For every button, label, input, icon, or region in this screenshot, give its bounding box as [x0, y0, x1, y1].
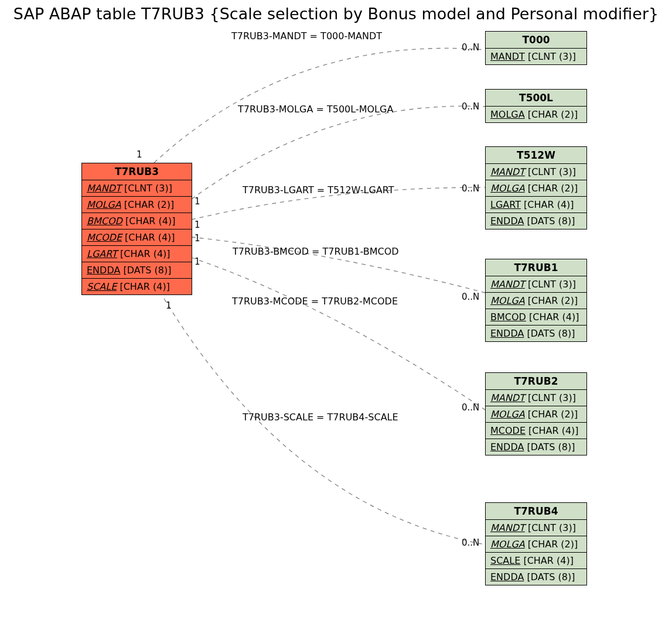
entity-header: T7RUB1 [486, 259, 586, 276]
field-row: MOLGA [CHAR (2)] [486, 406, 586, 423]
field-row: BMCOD [CHAR (4)] [82, 213, 192, 229]
card-right-2: 0..N [462, 183, 479, 194]
entity-t7rub3: T7RUB3 MANDT [CLNT (3)] MOLGA [CHAR (2)]… [81, 163, 192, 295]
field-row: ENDDA [DATS (8)] [486, 326, 586, 341]
field-row: MANDT [CLNT (3)] [486, 520, 586, 536]
field-row: MOLGA [CHAR (2)] [486, 107, 586, 122]
field-row: MCODE [CHAR (4)] [82, 229, 192, 246]
card-left-2: 1 [195, 220, 200, 230]
field-row: MOLGA [CHAR (2)] [82, 197, 192, 213]
field-row: ENDDA [DATS (8)] [82, 262, 192, 279]
page-title: SAP ABAP table T7RUB3 {Scale selection b… [0, 5, 672, 23]
field-row: ENDDA [DATS (8)] [486, 569, 586, 585]
card-left-0: 1 [137, 149, 142, 160]
entity-header: T000 [486, 32, 586, 49]
card-right-0: 0..N [462, 42, 479, 53]
card-right-4: 0..N [462, 292, 479, 302]
field-row: MOLGA [CHAR (2)] [486, 536, 586, 553]
edge-label-mcode: T7RUB3-MCODE = T7RUB2-MCODE [232, 296, 398, 307]
entity-t500l: T500L MOLGA [CHAR (2)] [485, 89, 587, 123]
card-right-1: 0..N [462, 101, 479, 112]
field-row: MANDT [CLNT (3)] [486, 276, 586, 293]
entity-t000: T000 MANDT [CLNT (3)] [485, 31, 587, 65]
field-row: ENDDA [DATS (8)] [486, 213, 586, 229]
card-left-4: 1 [195, 256, 200, 267]
entity-t7rub1: T7RUB1 MANDT [CLNT (3)] MOLGA [CHAR (2)]… [485, 259, 587, 342]
entity-t512w: T512W MANDT [CLNT (3)] MOLGA [CHAR (2)] … [485, 146, 587, 229]
field-row: ENDDA [DATS (8)] [486, 439, 586, 455]
edge-label-scale: T7RUB3-SCALE = T7RUB4-SCALE [243, 412, 398, 423]
entity-t7rub2: T7RUB2 MANDT [CLNT (3)] MOLGA [CHAR (2)]… [485, 372, 587, 455]
field-row: MANDT [CLNT (3)] [486, 49, 586, 64]
edge-label-mandt: T7RUB3-MANDT = T000-MANDT [231, 30, 382, 42]
card-right-5: 0..N [462, 537, 479, 548]
edge-label-molga: T7RUB3-MOLGA = T500L-MOLGA [238, 104, 393, 115]
field-row: MCODE [CHAR (4)] [486, 423, 586, 439]
field-row: MANDT [CLNT (3)] [486, 164, 586, 180]
edge-label-lgart: T7RUB3-LGART = T512W-LGART [243, 184, 394, 196]
card-right-5a: 0..N [462, 402, 479, 413]
card-left-5: 1 [166, 300, 172, 311]
entity-header: T512W [486, 147, 586, 164]
card-left-3: 1 [195, 233, 200, 244]
field-row: MANDT [CLNT (3)] [82, 180, 192, 197]
field-row: LGART [CHAR (4)] [486, 197, 586, 213]
entity-header: T7RUB3 [82, 163, 192, 180]
field-row: BMCOD [CHAR (4)] [486, 309, 586, 326]
field-row: MANDT [CLNT (3)] [486, 390, 586, 406]
card-left-1: 1 [195, 196, 200, 207]
entity-header: T7RUB2 [486, 373, 586, 390]
entity-header: T500L [486, 90, 586, 107]
field-row: SCALE [CHAR (4)] [486, 553, 586, 569]
field-row: MOLGA [CHAR (2)] [486, 293, 586, 309]
entity-header: T7RUB4 [486, 503, 586, 520]
field-row: LGART [CHAR (4)] [82, 246, 192, 262]
field-row: SCALE [CHAR (4)] [82, 279, 192, 294]
entity-t7rub4: T7RUB4 MANDT [CLNT (3)] MOLGA [CHAR (2)]… [485, 502, 587, 585]
field-row: MOLGA [CHAR (2)] [486, 180, 586, 197]
edge-label-bmcod: T7RUB3-BMCOD = T7RUB1-BMCOD [233, 246, 399, 257]
